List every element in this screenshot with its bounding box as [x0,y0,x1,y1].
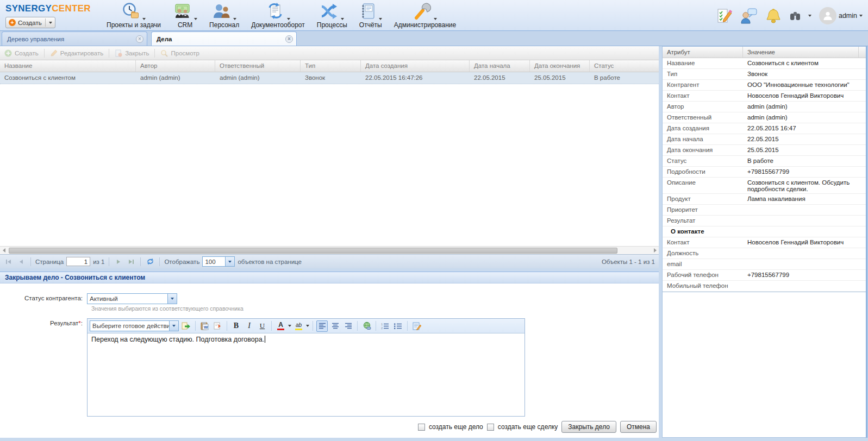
counterparty-status-select[interactable]: Активный [87,293,177,304]
tab-cases[interactable]: Дела × [151,32,297,46]
value-column-header[interactable]: Значение [743,47,859,58]
scroll-right-icon[interactable] [651,247,659,254]
close-case-button[interactable]: Закрыть [115,49,149,57]
column-header[interactable]: Дата окончания [530,60,590,72]
underline-button[interactable]: U [257,320,268,332]
nav-label: Персонал [209,21,239,29]
nav-item-staff[interactable]: Персонал [205,0,243,29]
grid-rows-area: Созвониться с клиентом admin (admin) adm… [0,72,659,246]
create-more-task-checkbox[interactable] [418,424,425,431]
page-number-input[interactable] [66,257,90,266]
edit-case-button[interactable]: Редактировать [50,49,103,57]
status-field-label: Статус контрагента: [0,293,87,304]
paste-text-icon[interactable] [212,320,223,332]
nav-item-reports[interactable]: Отчёты [355,0,386,29]
result-text-area[interactable]: Переход на следующую стадию. Подготовка … [88,333,524,416]
chevron-down-icon[interactable] [808,15,811,17]
column-header[interactable]: Дата создания [361,60,470,72]
attr-row-email: email [663,259,866,270]
column-header[interactable]: Название [0,60,136,72]
unordered-list-button[interactable] [392,320,404,332]
text-caret [265,336,265,343]
refresh-icon[interactable] [145,257,155,267]
toolbar-label: Редактировать [60,50,103,56]
nav-item-docflow[interactable]: Документооборот [247,0,309,29]
page-label: Страница [35,259,64,265]
cell-author: admin (admin) [136,72,215,84]
first-page-icon[interactable] [4,257,14,267]
divider [313,321,313,331]
insert-link-icon[interactable] [361,320,372,332]
close-icon[interactable]: × [136,35,143,43]
display-label: Отображать [164,259,199,265]
cancel-button[interactable]: Отмена [620,421,657,433]
prev-page-icon[interactable] [16,257,26,267]
italic-button[interactable]: I [243,320,255,332]
toolbar-label: Просмотр [171,50,199,56]
brand-secondary: CENTER [52,3,91,14]
brand-block: SYNERGYCENTER + Создать [5,0,87,30]
create-case-button[interactable]: Создать [4,49,39,57]
attribute-column-header[interactable]: Атрибут [663,47,743,58]
tasks-pencil-icon[interactable] [716,8,733,24]
source-edit-icon[interactable] [411,320,422,332]
user-menu[interactable]: admin [819,7,863,24]
divider [109,257,109,266]
column-header[interactable]: Статус [590,60,659,72]
column-header[interactable]: Автор [136,60,215,72]
font-color-button[interactable]: A [275,320,286,332]
cell-created: 22.05.2015 16:47:26 [361,72,470,84]
scrollbar-thumb[interactable] [9,248,617,254]
column-header[interactable]: Ответственный [215,60,301,72]
nav-item-administration[interactable]: Администрирование [390,0,460,29]
divider [227,321,227,331]
next-page-icon[interactable] [114,257,123,267]
bell-icon[interactable] [765,8,782,24]
person-chat-icon[interactable] [740,8,758,24]
attr-row-description: ОписаниеСозвониться с клиентом. Обсудить… [663,178,866,194]
paste-from-word-icon[interactable]: W [199,320,210,332]
main-area: Создать Редактировать Закрыть Просмотр [0,46,868,438]
column-header[interactable]: Тип [301,60,361,72]
create-button[interactable]: + Создать [5,17,55,28]
objects-count-label: Объекты 1 - 1 из 1 [602,259,655,265]
cell-name: Созвониться с клиентом [0,72,136,84]
nav-item-crm[interactable]: CRM [168,0,202,29]
apply-action-icon[interactable] [180,320,192,332]
close-case-submit-button[interactable]: Закрыть дело [561,421,616,433]
divider [357,321,358,331]
last-page-icon[interactable] [126,257,136,267]
scroll-left-icon[interactable] [0,247,8,254]
binoculars-icon[interactable] [790,11,801,21]
window-right-border [866,46,868,438]
chevron-down-icon[interactable] [306,325,309,327]
align-center-button[interactable] [329,320,341,332]
page-size-select[interactable]: 100 [202,256,235,267]
tab-management-tree[interactable]: Дерево управления × [2,32,147,46]
chevron-down-icon [142,18,146,20]
attr-row-created: Дата создания22.05.2015 16:47 [663,123,866,134]
attr-row-counterparty: КонтрагентООО "Инновационные технологии" [663,80,866,91]
align-left-button[interactable] [316,320,328,332]
chevron-down-icon[interactable] [288,325,291,327]
svg-text:1: 1 [381,323,383,326]
preset-action-select[interactable]: Выберите готовое действи [90,320,179,331]
close-icon[interactable]: × [285,35,293,43]
create-more-deal-checkbox[interactable] [487,424,494,431]
chevron-down-icon [233,18,236,20]
nav-item-processes[interactable]: Процессы [313,0,352,29]
attr-row-contact2: КонтактНовоселов Геннадий Викторович [663,237,866,248]
align-right-button[interactable] [342,320,354,332]
table-row[interactable]: Созвониться с клиентом admin (admin) adm… [0,72,659,84]
result-editor: Выберите готовое действи W B I U [87,318,525,417]
column-header[interactable]: Дата начала [470,60,530,72]
panel-title: Закрываем дело - Созвониться с клиентом [5,274,145,281]
horizontal-scrollbar[interactable] [0,246,659,254]
view-case-button[interactable]: Просмотр [160,49,199,57]
attr-section-about-contact: О контакте [663,226,866,237]
bold-button[interactable]: B [230,320,242,332]
status-hint: Значения выбираются из соответствующего … [91,305,659,312]
highlight-button[interactable]: ab [293,320,304,332]
ordered-list-button[interactable]: 12 [379,320,391,332]
nav-item-projects[interactable]: Проекты и задачи [102,0,165,29]
